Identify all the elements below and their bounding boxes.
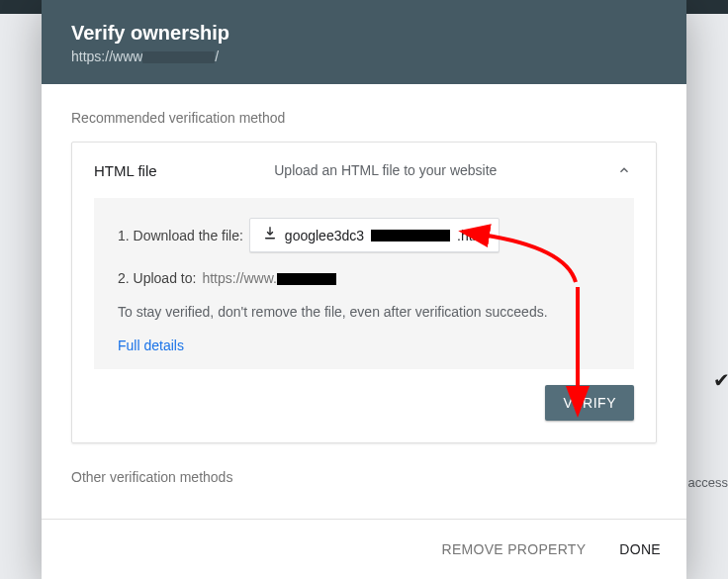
redacted-filename	[371, 230, 450, 241]
property-url: https://www/	[71, 48, 657, 64]
card-body: 1. Download the file: googlee3dc3.html 2…	[94, 198, 634, 369]
download-file-prefix: googlee3dc3	[285, 228, 364, 243]
verify-ownership-dialog: Verify ownership https://www/ Recommende…	[42, 0, 686, 579]
card-subtitle: Upload an HTML file to your website	[157, 162, 614, 178]
step2-label: 2. Upload to:	[118, 270, 196, 286]
verify-button[interactable]: VERIFY	[545, 385, 634, 421]
other-methods-section-label: Other verification methods	[71, 469, 657, 485]
html-file-card: HTML file Upload an HTML file to your we…	[71, 142, 657, 443]
verify-row: VERIFY	[94, 385, 634, 421]
card-title: HTML file	[94, 162, 157, 179]
download-file-suffix: .html	[457, 228, 487, 243]
dialog-footer: REMOVE PROPERTY DONE	[42, 519, 686, 579]
redacted-upload-domain	[277, 273, 336, 285]
dialog-header: Verify ownership https://www/	[42, 0, 686, 84]
step-download: 1. Download the file: googlee3dc3.html	[118, 218, 610, 252]
dialog-title: Verify ownership	[71, 22, 657, 45]
dialog-scroll-area[interactable]: Recommended verification method HTML fil…	[42, 84, 686, 519]
download-icon	[262, 226, 278, 244]
background-check-icon: ✔	[713, 368, 728, 392]
recommended-section-label: Recommended verification method	[71, 110, 657, 126]
remove-property-button[interactable]: REMOVE PROPERTY	[436, 533, 592, 565]
step1-label: 1. Download the file:	[118, 228, 243, 243]
chevron-up-icon[interactable]	[614, 160, 634, 180]
verification-note: To stay verified, don't remove the file,…	[118, 304, 610, 320]
step-upload: 2. Upload to: https://www.	[118, 270, 610, 286]
done-button[interactable]: DONE	[613, 533, 667, 565]
full-details-link[interactable]: Full details	[118, 338, 610, 353]
redacted-domain	[142, 51, 215, 63]
card-header[interactable]: HTML file Upload an HTML file to your we…	[94, 160, 634, 180]
upload-url: https://www.	[202, 270, 335, 286]
download-file-button[interactable]: googlee3dc3.html	[249, 218, 500, 252]
background-text-peek: access	[688, 475, 728, 490]
